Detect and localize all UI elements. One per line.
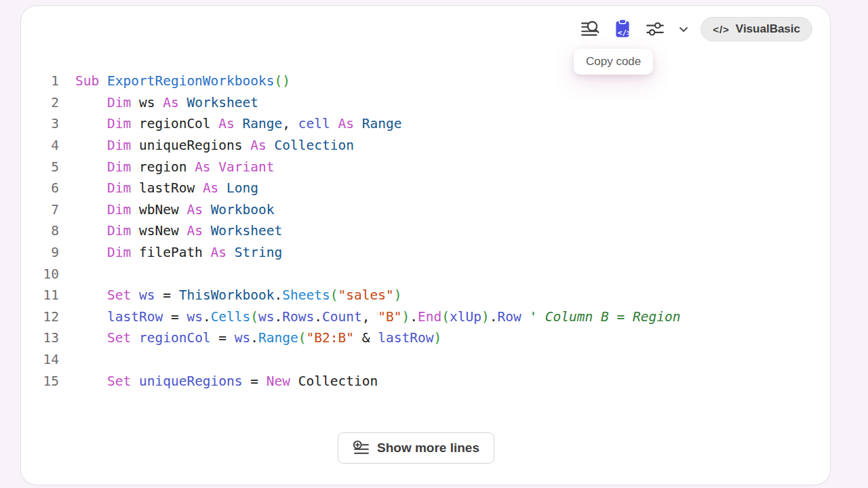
line-number: 12 [21, 309, 59, 325]
line-number: 11 [21, 287, 59, 303]
clipboard-code-icon: </> [612, 18, 633, 40]
code-line: 5 Dim region As Variant [21, 156, 830, 178]
line-number: 9 [21, 245, 59, 260]
code-line-content: Dim filePath As String [59, 245, 282, 260]
show-more-lines-button[interactable]: Show more lines [338, 432, 494, 464]
code-line-content: Set regionCol = ws.Range("B2:B" & lastRo… [59, 330, 441, 346]
chevron-down-icon [678, 24, 689, 35]
code-line-content: Set uniqueRegions = New Collection [59, 373, 378, 389]
code-line: 6 Dim lastRow As Long [21, 178, 830, 199]
code-toolbar: </> </> VisualBasic [578, 17, 812, 41]
copy-code-button[interactable]: </> [611, 18, 634, 41]
line-number: 4 [21, 138, 59, 153]
options-dropdown-button[interactable] [676, 18, 691, 41]
code-line: 8 Dim wsNew As Worksheet [21, 220, 830, 242]
code-line: 15 Set uniqueRegions = New Collection [21, 370, 830, 392]
code-line: 10 [21, 263, 830, 285]
show-more-lines-label: Show more lines [377, 441, 479, 455]
code-line: 12 lastRow = ws.Cells(ws.Rows.Count, "B"… [21, 306, 830, 328]
line-number: 3 [21, 116, 59, 131]
code-line-content: lastRow = ws.Cells(ws.Rows.Count, "B").E… [59, 309, 680, 325]
code-line-content: Dim wsNew As Worksheet [59, 223, 282, 239]
code-line-content: Dim regionCol As Range, cell As Range [59, 116, 401, 131]
code-line: 9 Dim filePath As String [21, 242, 830, 264]
sliders-icon [645, 19, 665, 39]
line-number: 6 [21, 180, 59, 196]
line-number: 14 [21, 352, 59, 367]
code-line: 13 Set regionCol = ws.Range("B2:B" & las… [21, 327, 830, 349]
code-line: 11 Set ws = ThisWorkbook.Sheets("sales") [21, 285, 830, 306]
code-line-content: Dim region As Variant [59, 159, 275, 175]
line-number: 5 [21, 159, 59, 175]
code-options-button[interactable] [644, 18, 667, 41]
code-line: 4 Dim uniqueRegions As Collection [21, 135, 830, 157]
code-line-content: Dim wbNew As Workbook [59, 202, 275, 218]
code-line: 3 Dim regionCol As Range, cell As Range [21, 113, 830, 135]
line-number: 7 [21, 202, 59, 218]
line-number: 2 [21, 95, 59, 110]
line-number: 8 [21, 223, 59, 239]
code-line-content: Dim lastRow As Long [59, 180, 258, 196]
line-number: 1 [21, 73, 59, 89]
code-line-content: Sub ExportRegionWorkbooks() [59, 73, 290, 89]
code-line-content: Dim uniqueRegions As Collection [59, 138, 354, 153]
add-lines-icon [353, 440, 370, 457]
code-line: 1Sub ExportRegionWorkbooks() [21, 70, 830, 92]
language-pill[interactable]: </> VisualBasic [701, 17, 812, 41]
code-line-content: Dim ws As Worksheet [59, 95, 258, 110]
line-number: 10 [21, 266, 59, 282]
line-number: 13 [21, 330, 59, 346]
search-lines-icon [580, 19, 600, 39]
code-card: </> </> VisualBasic [20, 5, 831, 485]
line-number: 15 [21, 373, 59, 389]
code-line-content: Set ws = ThisWorkbook.Sheets("sales") [59, 287, 401, 303]
code-line: 7 Dim wbNew As Workbook [21, 199, 830, 221]
code-line: 14 [21, 349, 830, 371]
svg-text:</>: </> [618, 28, 631, 37]
code-block: 1Sub ExportRegionWorkbooks()2 Dim ws As … [21, 70, 830, 392]
search-code-button[interactable] [578, 18, 601, 41]
tooltip-text: Copy code [586, 55, 641, 68]
language-pill-label: VisualBasic [736, 22, 800, 36]
code-icon: </> [713, 24, 730, 35]
code-line: 2 Dim ws As Worksheet [21, 92, 830, 114]
